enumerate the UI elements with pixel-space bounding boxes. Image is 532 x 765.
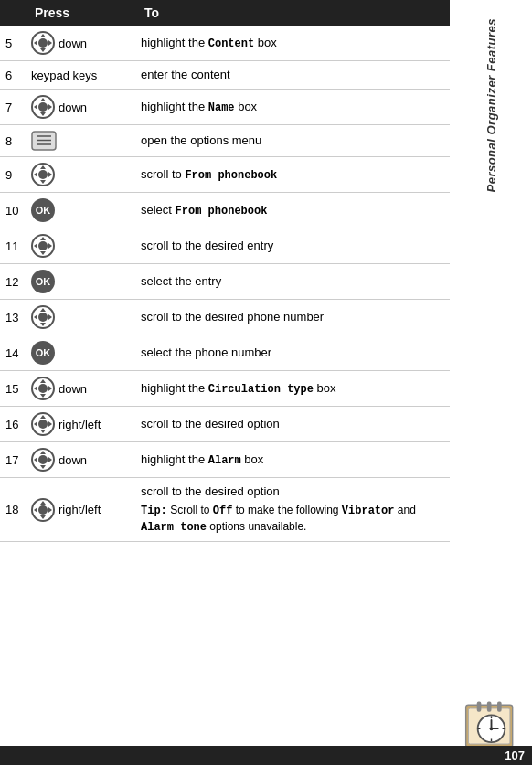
header-step: [0, 0, 26, 26]
main-content: Press To 5downhighlight the Content box6…: [0, 0, 450, 765]
press-cell: [26, 125, 135, 157]
nav-icon: [31, 95, 55, 119]
to-cell: enter the content: [135, 61, 450, 90]
nav-icon: [31, 377, 55, 400]
press-cell: [26, 300, 135, 335]
step-number: 18: [0, 478, 26, 542]
menu-key-icon: [31, 131, 57, 151]
press-label: right/left: [59, 418, 101, 431]
svg-rect-6: [476, 702, 481, 712]
header-press: Press: [26, 0, 135, 26]
press-cell: right/left: [26, 407, 135, 442]
page-number: 107: [505, 749, 525, 762]
bold-term: Vibrator: [342, 505, 395, 517]
table-row: 17downhighlight the Alarm box: [0, 442, 450, 478]
press-label: keypad keys: [31, 69, 97, 82]
table-row: 11scroll to the desired entry: [0, 228, 450, 264]
table-row: 12OKselect the entry: [0, 264, 450, 300]
bold-term: Alarm: [208, 454, 241, 467]
page-number-bar: 107: [0, 746, 532, 765]
to-cell: highlight the Alarm box: [135, 442, 450, 478]
bold-term: Alarm tone: [141, 521, 207, 534]
table-row: 13scroll to the desired phone number: [0, 300, 450, 335]
to-cell: scroll to the desired phone number: [135, 300, 450, 335]
step-number: 10: [0, 193, 26, 228]
to-cell: scroll to the desired option: [135, 407, 450, 442]
bold-term: Name: [208, 101, 235, 114]
page-wrapper: Press To 5downhighlight the Content box6…: [0, 0, 532, 765]
press-cell: OK: [26, 193, 135, 228]
press-cell: [26, 157, 135, 193]
table-header-row: Press To: [0, 0, 450, 26]
press-cell: down: [26, 90, 135, 125]
bold-term: From phonebook: [176, 205, 268, 218]
to-cell: scroll to the desired optionTip: Scroll …: [135, 478, 450, 542]
to-cell: scroll to From phonebook: [135, 157, 450, 193]
nav-icon: [31, 31, 55, 55]
table-row: 5downhighlight the Content box: [0, 26, 450, 61]
to-cell: highlight the Circulation type box: [135, 371, 450, 407]
press-label: down: [59, 101, 87, 114]
to-cell: highlight the Content box: [135, 26, 450, 61]
nav-icon: [31, 305, 55, 329]
svg-point-16: [489, 727, 493, 730]
to-cell: scroll to the desired entry: [135, 228, 450, 264]
table-row: 9scroll to From phonebook: [0, 157, 450, 193]
sidebar-title: Personal Organizer Features: [484, 18, 498, 193]
step-number: 13: [0, 300, 26, 335]
sidebar: Personal Organizer Features: [450, 0, 532, 765]
step-number: 11: [0, 228, 26, 264]
table-row: 14OKselect the phone number: [0, 335, 450, 371]
press-cell: OK: [26, 335, 135, 371]
nav-icon: [31, 163, 55, 186]
svg-rect-7: [486, 702, 491, 712]
table-row: 16right/leftscroll to the desired option: [0, 407, 450, 442]
table-row: 6keypad keysenter the content: [0, 61, 450, 90]
step-number: 16: [0, 407, 26, 442]
tip-label: Tip:: [141, 505, 167, 517]
step-number: 5: [0, 26, 26, 61]
press-label: down: [59, 37, 87, 50]
bold-term: Content: [208, 37, 254, 50]
bold-term: From phonebook: [185, 169, 277, 182]
press-cell: [26, 228, 135, 264]
header-to: To: [135, 0, 450, 26]
nav-icon: [31, 234, 55, 258]
step-number: 14: [0, 335, 26, 371]
step-number: 15: [0, 371, 26, 407]
to-cell: select the entry: [135, 264, 450, 300]
press-cell: keypad keys: [26, 61, 135, 90]
press-label: down: [59, 382, 87, 396]
press-cell: OK: [26, 264, 135, 300]
press-cell: down: [26, 371, 135, 407]
table-row: 18right/leftscroll to the desired option…: [0, 478, 450, 542]
table-row: 8open the options menu: [0, 125, 450, 157]
press-cell: down: [26, 26, 135, 61]
nav-icon: [31, 412, 55, 436]
svg-rect-8: [497, 702, 502, 712]
ok-icon: OK: [31, 341, 55, 365]
table-container: Press To 5downhighlight the Content box6…: [0, 0, 450, 542]
step-number: 12: [0, 264, 26, 300]
table-row: 15downhighlight the Circulation type box: [0, 371, 450, 407]
ok-icon: OK: [31, 198, 55, 222]
table-row: 10OKselect From phonebook: [0, 193, 450, 228]
ok-icon: OK: [31, 270, 55, 293]
step-number: 6: [0, 61, 26, 90]
step-number: 8: [0, 125, 26, 157]
nav-icon: [31, 448, 55, 472]
step-number: 7: [0, 90, 26, 125]
to-cell: open the options menu: [135, 125, 450, 157]
press-cell: down: [26, 442, 135, 478]
instructions-table: Press To 5downhighlight the Content box6…: [0, 0, 450, 542]
to-cell: select the phone number: [135, 335, 450, 371]
bold-term: Circulation type: [208, 383, 314, 396]
tip-text: Tip: Scroll to Off to make the following…: [141, 503, 444, 536]
press-label: right/left: [59, 503, 101, 516]
press-label: down: [59, 453, 87, 467]
press-cell: right/left: [26, 478, 135, 542]
bold-term: Off: [213, 505, 233, 517]
nav-icon: [31, 498, 55, 522]
to-cell: highlight the Name box: [135, 90, 450, 125]
table-row: 7downhighlight the Name box: [0, 90, 450, 125]
